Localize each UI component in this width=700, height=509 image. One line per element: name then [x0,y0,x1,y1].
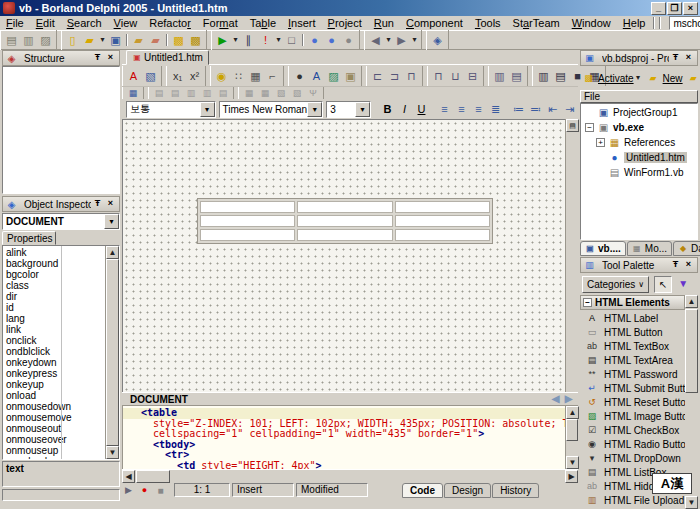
property-row-onkeyup[interactable]: onkeyup [3,379,105,390]
align-right-icon[interactable]: ⊐ [386,68,403,84]
palette-item-html-reset-button[interactable]: ↺HTML Reset Button [580,395,685,409]
property-row-onmousedown[interactable]: onmousedown [3,401,105,412]
pin-icon[interactable]: Ŧ [669,52,682,64]
numbered-list-icon[interactable]: ≔ [510,101,527,117]
style-combo[interactable]: 보통 ▾ [126,101,216,118]
palette-item-html-image-button[interactable]: ▨HTML Image Button [580,409,685,423]
tree-item-projectgroup1[interactable]: ▣ProjectGroup1 [581,105,697,120]
step-over-icon[interactable]: □ [283,32,300,48]
forward-icon[interactable]: ▶ [393,32,410,48]
add-to-project-icon[interactable]: ▩ [170,32,187,48]
new-button[interactable]: ▰ New [645,69,685,87]
combo-dropdown-icon[interactable]: ▾ [200,102,215,117]
menu-item-component[interactable]: Component [400,16,469,30]
trace-dropdown-icon[interactable]: ▾ [274,32,283,48]
view-tab-code[interactable]: Code [402,483,443,498]
split-cells-icon[interactable]: ▦ [257,87,273,99]
menu-item-refactor[interactable]: Refactor [143,16,197,30]
view-tab-design[interactable]: Design [444,483,491,498]
clipboard-icon[interactable]: ▨ [37,32,54,48]
combo-dropdown-icon[interactable]: ▾ [104,214,119,229]
dropdown-arrow-icon[interactable]: ▾ [634,70,643,86]
superscript-icon[interactable]: x² [186,68,203,84]
menu-item-file[interactable]: File [0,16,30,30]
palette-group-header[interactable]: − HTML Elements [580,295,685,310]
align-text-justify-icon[interactable]: ≣ [487,101,504,117]
menu-item-window[interactable]: Window [566,16,617,30]
close-button[interactable]: × [683,2,698,15]
font-size-combo[interactable]: 3 ▾ [326,101,371,118]
close-icon[interactable]: × [682,52,695,64]
design-table-cell[interactable] [395,201,490,213]
menu-item-run[interactable]: Run [368,16,400,30]
palette-item-html-password[interactable]: **HTML Password [580,367,685,381]
space-equal-h-icon[interactable]: ▥ [535,68,552,84]
close-icon[interactable]: × [682,259,695,271]
property-row-onload[interactable]: onload [3,390,105,401]
row-above-icon[interactable]: ▤ [151,87,167,99]
property-row-alink[interactable]: alink [3,247,105,258]
new-items-icon[interactable]: ▯ [64,32,81,48]
property-row-onkeydown[interactable]: onkeydown [3,357,105,368]
code-line[interactable]: <td style="HEIGHT: 4px"> [123,461,565,470]
minimize-button[interactable]: _ [651,2,666,15]
tab-untitled1-htm[interactable]: ▣ Untitled1.htm [126,50,209,65]
bold-button[interactable]: B [379,101,396,117]
expand-icon[interactable]: + [596,138,605,147]
scroll-down-icon[interactable]: ▼ [106,446,119,459]
activate-button[interactable]: ▩ Activate ▾ [580,69,645,87]
property-row-onmouseover[interactable]: onmouseover [3,434,105,445]
design-table-cell[interactable] [395,229,490,241]
split-row-icon[interactable]: ▧ [273,87,289,99]
file-column-header[interactable]: File [580,90,698,103]
help-icon[interactable]: ◈ [429,32,446,48]
panel-tab-vb[interactable]: ▣vb.... [580,241,626,256]
save-icon[interactable]: ▣ [107,32,124,48]
delete-row-icon[interactable]: ▤ [215,87,231,99]
pin-icon[interactable]: Ŧ [669,259,682,271]
scroll-down-icon[interactable]: ▼ [566,456,579,469]
tree-item-references[interactable]: +▦References [581,135,697,150]
scroll-up-icon[interactable]: ▲ [566,406,579,419]
fill-color-icon[interactable]: ▧ [142,68,159,84]
history-icon[interactable]: ▤ [3,32,20,48]
back-dropdown-icon[interactable]: ▾ [384,32,393,48]
open-project-icon[interactable]: ▰ [130,32,147,48]
lock-icon[interactable]: ▣ [342,68,359,84]
property-row-onmouseup[interactable]: onmouseup [3,445,105,456]
collapse-icon[interactable]: − [585,123,594,132]
pin-icon[interactable]: Ŧ [91,52,104,64]
filter-button[interactable]: ▼ [674,276,692,293]
scroll-thumb[interactable] [106,259,119,446]
design-table-cell[interactable] [297,229,392,241]
property-grid-scrollbar[interactable]: ▲ ▼ [105,246,119,459]
palette-item-html-label[interactable]: AHTML Label [580,311,685,325]
design-table-cell[interactable] [297,215,392,227]
show-grid-icon[interactable]: ∷ [230,68,247,84]
insert-label-icon[interactable]: A [308,68,325,84]
bring-front-icon[interactable]: ◉ [213,68,230,84]
align-middle-icon[interactable]: ⊟ [464,68,481,84]
menu-item-insert[interactable]: Insert [282,16,322,30]
panel-tab-dat[interactable]: ◆Dat... [673,241,700,256]
align-text-left-icon[interactable]: ≡ [436,101,453,117]
col-right-icon[interactable]: ▥ [199,87,215,99]
row-below-icon[interactable]: ▤ [167,87,183,99]
palette-item-html-textarea[interactable]: ▤HTML TextArea [580,353,685,367]
merge-cells-icon[interactable]: ▦ [241,87,257,99]
design-table-cell[interactable] [200,229,295,241]
font-combo[interactable]: Times New Roman ▾ [219,101,324,118]
property-row-onclick[interactable]: onclick [3,335,105,346]
pin-icon[interactable]: Ŧ [91,198,104,210]
design-table[interactable] [197,198,493,244]
restore-button[interactable]: ❐ [667,2,682,15]
decrease-indent-icon[interactable]: ⇤ [544,101,561,117]
palette-item-html-dropdown[interactable]: ▾HTML DropDown [580,451,685,465]
menu-item-tools[interactable]: Tools [469,16,507,30]
run-icon[interactable]: ▶ [214,32,231,48]
align-text-center-icon[interactable]: ≡ [453,101,470,117]
align-center-h-icon[interactable]: ⊓ [403,68,420,84]
palette-item-html-file-upload[interactable]: ▥HTML File Upload [580,493,685,507]
align-bottom-icon[interactable]: ⊔ [447,68,464,84]
object-selector-combo[interactable]: DOCUMENT ▾ [2,213,120,230]
